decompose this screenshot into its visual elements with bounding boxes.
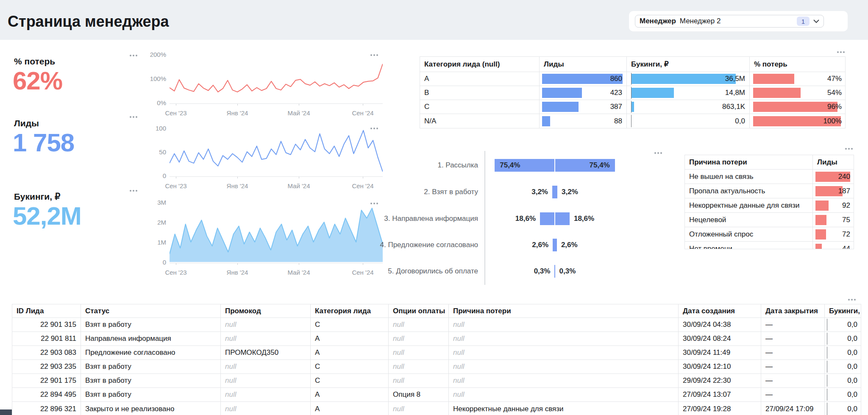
cell-value: A [315,348,320,357]
cell-value: 240 [838,173,850,181]
column-header-label: Опции оплаты [393,307,445,315]
table-cell: 0,0 [825,318,862,331]
widget-menu-button[interactable] [847,298,857,302]
table-cell: 240 [813,170,854,184]
cell-value: 0,0 [847,348,857,357]
loss-percent-line-chart [170,54,383,103]
table-row: N/A880,0100% [420,114,845,128]
table-cell: — [761,346,825,359]
table-cell: 27/09/24 19:28 [679,402,761,415]
value-bar [542,116,550,126]
widget-menu-button[interactable] [653,151,663,155]
widget-menu-button[interactable] [844,147,854,151]
table-cell: 96% [750,100,846,114]
table-cell: Нецелевой [685,213,813,227]
bar-axis-line [827,333,827,345]
dashboard-page: Страница менеджера Менеджер Менеджер 2 1… [0,0,868,415]
cell-value: Взят в работу [85,376,131,385]
table-cell: 30/09/24 11:49 [679,346,761,359]
cell-value: null [393,376,404,385]
column-header: Промокод [221,304,311,318]
cell-value: A [315,334,320,343]
cell-value: 30/09/24 04:38 [683,320,731,329]
cell-value: — [765,362,773,371]
x-axis-tick-label: Янв '24 [227,182,248,189]
cell-value: Некорректные данные для связи [689,201,800,210]
funnel-value-left: 3,2% [531,188,548,196]
funnel-stage-label: 1. Рассылка [334,161,478,170]
bar-axis-line [631,115,632,127]
column-header-label: Причина потери [453,307,511,315]
widget-menu-button[interactable] [128,189,139,193]
column-header: Лиды [540,57,627,72]
funnel-stage-label: 4. Предложение согласовано [334,241,478,249]
table-cell: null [449,360,679,373]
table-row: C387863,1K96% [420,100,845,114]
cell-value: — [765,390,773,399]
x-axis-line [170,103,383,104]
table-row: Пропала актуальность187 [685,184,854,198]
table-cell: A [311,346,389,359]
cell-value: C [424,103,429,111]
x-axis-tick [363,263,363,265]
table-cell: 22 894 495 [12,388,81,401]
bookings-area-chart [170,202,383,262]
cell-value: 22 903 083 [40,348,76,357]
cell-value: 30/09/24 08:24 [683,334,731,343]
table-cell: 47% [750,72,846,86]
value-bar [753,88,801,98]
y-axis-tick-label: 3M [157,199,166,206]
table-row: 22 901 811Направлена информацияnullAnull… [12,332,861,346]
cell-value: B [424,89,429,97]
value-bar [753,74,794,84]
cell-value: 44 [842,245,850,249]
manager-select[interactable]: Менеджер Менеджер 2 1 [635,15,824,28]
table-cell: null [389,318,449,331]
table-cell: 30/09/24 08:24 [679,332,761,345]
table-row: 22 901 315Взят в работуnullCnullnull30/0… [12,318,861,332]
kpi-leads-value: 1 758 [13,129,74,157]
cell-value: Нет времени [689,245,732,249]
table-cell: 22 901 811 [12,332,81,345]
table-cell: ПРОМОКОД350 [221,346,311,359]
column-header: Причина потери [685,155,813,169]
table-cell: 44 [813,242,854,249]
column-header-label: % потерь [754,60,787,69]
table-cell: B [420,86,540,100]
cell-value: null [453,334,464,343]
value-bar [542,88,582,98]
y-axis-tick-label: 100% [150,75,166,82]
table-cell: Некорректные данные для связи [685,198,813,212]
table-cell: null [389,402,449,415]
table-cell: 22 901 315 [12,318,81,331]
cell-value: — [765,376,773,385]
table-cell: Опция 8 [389,388,449,401]
table-cell: null [449,332,679,345]
cell-value: Не вышел на связь [689,173,754,181]
widget-menu-button[interactable] [128,53,139,58]
x-axis-tick-label: Сен '23 [165,182,186,189]
table-cell: Направлена информация [81,332,221,345]
table-cell: 22 903 083 [12,346,81,359]
column-header-label: Лиды [817,158,837,167]
x-axis-tick [237,104,238,106]
table-header-row: Категория лида (null)ЛидыБукинги, ₽% пот… [420,57,845,72]
table-cell: 75 [813,213,854,227]
funnel-value-right: 2,6% [561,241,578,249]
table-cell: null [389,374,449,387]
widget-menu-button[interactable] [128,115,139,119]
table-cell: Не вышел на связь [685,170,813,184]
cell-value: Взят в работу [85,320,131,329]
bar-axis-line [827,389,827,401]
funnel-value-left: 18,6% [515,214,536,223]
table-cell: 14,8M [627,86,750,100]
leads-detail-table: ID ЛидаСтатусПромокодКатегория лидаОпции… [12,304,861,415]
widget-menu-button[interactable] [836,50,846,54]
cell-value: null [453,376,464,385]
table-cell: Взят в работу [81,360,221,373]
cell-value: 423 [610,89,622,97]
table-cell: 423 [540,86,627,100]
cell-value: null [393,405,404,413]
cell-value: null [453,362,464,371]
table-cell: 27/09/24 17:09 [761,402,825,415]
